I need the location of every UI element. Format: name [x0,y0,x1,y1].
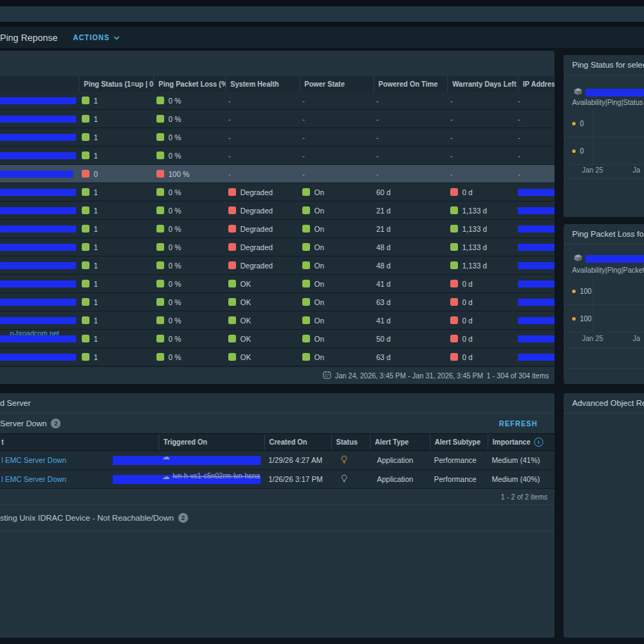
power-state-cell: On [299,220,373,237]
system-health-cell: Degraded [225,256,299,274]
alert-row[interactable]: l EMC Server Down1/29/26 4:27 AMApplicat… [0,451,555,470]
chart-object-row[interactable] [574,86,644,99]
cell-value: 0 [94,170,98,178]
table-row[interactable]: 10 %DegradedOn21 d1,133 d [0,202,555,220]
column-header-ip-address[interactable]: IP Address [518,76,555,92]
column-header-status[interactable]: Status [331,434,370,450]
green-status-icon [82,261,89,269]
packet-loss-cell: 0 % [154,220,225,237]
redacted-name-bar [0,97,76,104]
column-header-alert[interactable]: t [0,434,159,450]
column-header-warranty[interactable]: Warranty Days Left [447,76,518,92]
cloud-icon: ☁ [162,473,170,480]
system-health-cell: Degraded [225,220,299,237]
alerts-items-count: 1 - 2 of 2 items [0,489,555,505]
chart-object-row[interactable] [574,252,644,265]
redacted-ip-bar [518,207,555,214]
green-status-icon [82,243,89,251]
cell-value: 0 % [168,316,181,325]
table-row[interactable]: 10 %OKOn63 d0 d [0,348,555,366]
dash-value: - [228,115,231,123]
column-header-system-health[interactable]: System Health [225,76,299,92]
table-row[interactable]: 10 %OKOn41 d0 d [0,275,555,293]
table-row[interactable]: 10 %DegradedOn48 d1,133 d [0,256,555,275]
x-axis-tick: Ja [633,166,640,174]
column-header-powered-on-time[interactable]: Powered On Time [373,76,447,92]
server-name-cell [0,202,79,219]
packet-loss-cell: 0 % [154,238,225,256]
page-title: Ping Reponse [0,32,58,43]
packet-loss-chart[interactable]: 100 100 Jan 25 Ja [564,278,644,348]
green-status-icon [82,280,89,287]
ping-status-chart-panel: Ping Status for selecte Availability|Pin… [564,55,644,217]
table-row[interactable]: 0100 %----- [0,165,555,183]
importance-cell: Medium (41%) [488,451,555,469]
column-header-packet-loss[interactable]: Ping Packet Loss (%) [154,76,225,92]
powered-on-time-cell: 63 d [373,293,447,311]
column-header-power-state[interactable]: Power State [299,76,373,92]
redacted-ip-bar [518,189,555,196]
redacted-ip-bar [518,354,555,361]
triggered-on-peek-text: lvn-h-vs1-c5n02rm-lvn-hsna [173,472,260,480]
column-header-name[interactable] [0,76,79,92]
column-header-triggered-on[interactable]: Triggered On [159,434,264,450]
refresh-button[interactable]: REFRESH [499,420,538,428]
red-status-icon [228,243,236,251]
actions-menu-button[interactable]: ACTIONS [73,34,120,42]
dash-value: - [302,151,305,160]
info-icon[interactable]: i [534,438,543,447]
system-health-cell: OK [225,330,299,347]
alert-section-server-down: Server Down 2 REFRESH [0,414,555,433]
power-state-cell: On [299,348,373,366]
green-status-icon [302,280,310,287]
ping-status-cell: 1 [79,183,154,201]
cell-value: 60 d [376,188,390,197]
ip-address-cell [518,183,555,201]
table-row[interactable]: 10 %DegradedOn21 d1,133 d [0,220,555,238]
server-name-cell [0,311,79,329]
alert-name-link[interactable]: l EMC Server Down [0,456,66,464]
cell-value: 1 [94,97,98,105]
cell-value: 1 [94,353,98,361]
alert-count-badge-2: 2 [178,513,188,523]
series-dot-icon [572,317,576,321]
table-row[interactable]: 10 %----- [0,110,555,128]
column-header-importance[interactable]: Importance i [488,434,555,450]
column-header-created-on[interactable]: Created On [264,434,331,450]
table-row[interactable]: n-broadcom.net10 %OKOn50 d0 d [0,330,555,348]
table-row[interactable]: 10 %----- [0,147,555,165]
green-status-icon [302,261,310,269]
server-cube-icon [574,86,583,99]
alert-row[interactable]: l EMC Server Down1/26/26 3:17 PMApplicat… [0,470,555,489]
powered-on-time-cell: 48 d [373,238,447,256]
column-header-alert-type[interactable]: Alert Type [370,434,430,450]
date-range-label[interactable]: Jan 24, 2026, 3:45 PM - Jan 31, 2026, 3:… [335,372,483,380]
warranty-cell: - [447,147,518,164]
dash-value: - [518,151,521,160]
table-row[interactable]: 10 %OKOn63 d0 d [0,293,555,311]
table-row[interactable]: 10 %----- [0,128,555,147]
redacted-name-bar [0,171,73,178]
cell-value: 50 d [376,335,390,343]
series-value: 0 [580,147,584,155]
series-value: 100 [580,315,592,323]
calendar-icon [323,371,331,380]
table-row[interactable]: 10 %OKOn41 d0 d [0,311,555,330]
series-dot-icon [572,290,576,293]
redacted-ip-bar [518,280,555,287]
table-row[interactable]: 10 %DegradedOn48 d1,133 d [0,238,555,256]
table-row[interactable]: 10 %DegradedOn60 d0 d [0,183,555,202]
green-status-icon [156,97,164,104]
cell-value: 48 d [376,243,390,252]
ping-status-chart[interactable]: 0 0 Jan 25 Ja [564,110,644,179]
column-header-ping-status[interactable]: Ping Status (1=up | 0=do... [79,76,154,92]
powered-on-time-cell: - [373,92,447,109]
alert-name-link[interactable]: l EMC Server Down [0,475,66,483]
dash-value: - [228,133,231,142]
column-header-alert-subtype[interactable]: Alert Subtype [430,434,488,450]
table-row[interactable]: 10 %----- [0,92,555,110]
warranty-cell: - [447,92,518,109]
cloud-icon: ☁ [162,453,170,460]
ip-address-cell [518,238,555,256]
power-state-cell: On [299,183,373,201]
